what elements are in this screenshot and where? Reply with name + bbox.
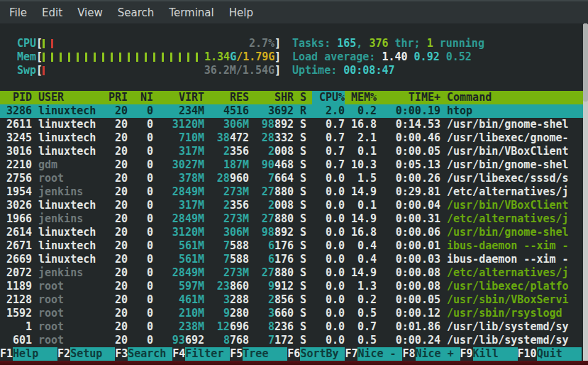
column-header-time[interactable]: TIME+ xyxy=(377,91,440,104)
meter-tick-green xyxy=(196,53,198,62)
meter-tick-green xyxy=(162,53,164,62)
window-bottom-edge xyxy=(0,361,588,365)
fkey-tree[interactable]: F5Tree xyxy=(230,347,287,361)
column-header-shr[interactable]: SHR xyxy=(249,91,294,104)
column-header-cpu[interactable]: CPU% xyxy=(306,91,345,104)
load-average: Load average: 1.40 0.92 0.52 xyxy=(292,50,472,64)
process-row[interactable]: 2756 root 20 0 378M 28960 7664 S 0.0 1.5… xyxy=(0,172,583,185)
column-header-res[interactable]: RES xyxy=(204,91,249,104)
process-row[interactable]: 1954 jenkins 20 0 2849M 273M 27880 S 0.0… xyxy=(0,185,583,199)
meter-tick-green xyxy=(94,53,96,62)
column-header-user[interactable]: USER xyxy=(38,91,102,104)
meter-tick-green xyxy=(119,53,121,62)
menu-item-terminal[interactable]: Terminal xyxy=(167,5,216,21)
meter-bracket-open: [ xyxy=(36,37,43,50)
column-header-pid[interactable]: PID xyxy=(0,91,32,104)
menu-item-edit[interactable]: Edit xyxy=(40,5,65,21)
process-row[interactable]: 3026 linuxtech 20 0 317M 2356 2008 S 0.0… xyxy=(0,199,583,212)
process-row[interactable]: 1592 root 20 0 210M 9280 3660 S 0.0 0.5 … xyxy=(0,307,583,320)
meter-bar xyxy=(43,39,60,48)
process-row[interactable]: 3016 linuxtech 20 0 317M 2356 2008 S 0.7… xyxy=(0,145,583,158)
meter-tick-green xyxy=(85,53,87,62)
meter-tick-green xyxy=(170,53,172,62)
fkey-help[interactable]: F1Help xyxy=(0,347,57,361)
menu-item-view[interactable]: View xyxy=(75,5,105,21)
fkey-number: F7 xyxy=(345,347,357,361)
fkey-label: Nice + xyxy=(416,347,460,361)
meter-tick-red xyxy=(51,39,53,48)
meter-text: 2.7% xyxy=(249,37,274,50)
fkey-label: Setup xyxy=(70,347,115,361)
process-row[interactable]: 2611 linuxtech 20 0 3120M 306M 98892 S 0… xyxy=(0,118,583,131)
fkey-label: Quit xyxy=(537,347,582,361)
fkey-nice+[interactable]: F8Nice + xyxy=(402,347,460,361)
sort-column-highlight: CPU% xyxy=(312,91,345,104)
process-list: 3286 linuxtech 20 0 234M 4516 3692 R 2.0… xyxy=(0,104,583,347)
meter-bracket-close: ] xyxy=(274,64,281,77)
column-header-state[interactable]: S xyxy=(294,91,306,104)
uptime: Uptime: 00:08:47 xyxy=(292,64,395,77)
fkey-number: F8 xyxy=(402,347,415,361)
fkey-number: F4 xyxy=(172,347,185,361)
process-row[interactable]: 2210 gdm 20 0 3027M 187M 90468 S 0.7 10.… xyxy=(0,158,583,172)
menu-item-search[interactable]: Search xyxy=(116,5,157,21)
fkey-number: F3 xyxy=(115,347,128,361)
process-row[interactable]: 2072 jenkins 20 0 2849M 273M 27880 S 0.0… xyxy=(0,266,583,280)
process-row[interactable]: 2671 linuxtech 20 0 561M 7588 6176 S 0.0… xyxy=(0,239,583,253)
fkey-sortby[interactable]: F6SortBy xyxy=(287,347,345,361)
meter-bracket-close: ] xyxy=(274,37,281,50)
scrollbar[interactable] xyxy=(583,23,588,361)
fkey-quit[interactable]: F10Quit xyxy=(518,347,582,361)
fkey-nice-[interactable]: F7Nice - xyxy=(345,347,402,361)
meter-text: 36.2M/1.54G xyxy=(204,64,274,77)
meter-tick-green xyxy=(60,53,62,62)
fkey-filter[interactable]: F4Filter xyxy=(172,347,230,361)
fkey-setup[interactable]: F2Setup xyxy=(57,347,115,361)
process-row[interactable]: 601 root 20 0 93692 8768 7172 S 0.0 0.5 … xyxy=(0,334,583,347)
meter-tick-green xyxy=(128,53,130,62)
column-header-command[interactable]: Command xyxy=(447,91,583,104)
table-header-row: PID USER PRI NI VIRT RES SHR S CPU% MEM%… xyxy=(0,91,583,104)
swp-meter: Swp[36.2M/1.54G] xyxy=(17,64,281,77)
fkey-label: Kill xyxy=(473,347,518,361)
column-header-ni[interactable]: NI xyxy=(128,91,153,104)
fkey-number: F2 xyxy=(57,347,70,361)
meter-label: CPU xyxy=(17,37,36,50)
meter-bracket-open: [ xyxy=(36,64,43,77)
process-row[interactable]: 3245 linuxtech 20 0 710M 38472 28332 S 0… xyxy=(0,131,583,145)
meter-tick-green xyxy=(43,53,45,62)
column-header-pri[interactable]: PRI xyxy=(102,91,128,104)
process-row[interactable]: 1189 root 20 0 597M 23860 9912 S 0.0 1.3… xyxy=(0,280,583,293)
menu-bar: FileEditViewSearchTerminalHelp xyxy=(0,0,588,23)
process-row[interactable]: 3286 linuxtech 20 0 234M 4516 3692 R 2.0… xyxy=(0,104,583,118)
menu-item-file[interactable]: File xyxy=(7,5,29,21)
process-row[interactable]: 1966 jenkins 20 0 2849M 273M 27880 S 0.0… xyxy=(0,212,583,226)
menu-item-help[interactable]: Help xyxy=(227,5,255,21)
meter-tick-green xyxy=(187,53,189,62)
fkey-number: F5 xyxy=(230,347,243,361)
htop-screen: CPU[2.7%] Tasks: 165, 376 thr; 1 running… xyxy=(0,23,583,361)
process-row[interactable]: 2128 root 20 0 461M 3288 2856 S 0.0 0.2 … xyxy=(0,293,583,307)
process-row[interactable]: 2669 linuxtech 20 0 561M 7588 6176 S 0.0… xyxy=(0,253,583,266)
meter-tick-green xyxy=(68,53,70,62)
meter-tick-green xyxy=(153,53,155,62)
column-header-virt[interactable]: VIRT xyxy=(153,91,204,104)
meter-tick-green xyxy=(43,39,45,48)
fkey-search[interactable]: F3Search xyxy=(115,347,172,361)
meter-tick-red xyxy=(43,66,45,75)
process-row[interactable]: 1 root 20 0 238M 12696 8236 S 0.0 0.7 0:… xyxy=(0,320,583,334)
fkey-kill[interactable]: F9Kill xyxy=(460,347,518,361)
meter-tick-green xyxy=(102,53,104,62)
fkey-label: Search xyxy=(128,347,172,361)
column-header-mem[interactable]: MEM% xyxy=(345,91,377,104)
fkey-label: Filter xyxy=(185,347,230,361)
htop-header-block: CPU[2.7%] Tasks: 165, 376 thr; 1 running… xyxy=(0,37,583,77)
fkey-label: SortBy xyxy=(300,347,345,361)
process-row[interactable]: 2614 linuxtech 20 0 3120M 306M 98892 S 0… xyxy=(0,226,583,239)
meter-bracket-close: ] xyxy=(274,50,281,64)
scrollbar-thumb[interactable] xyxy=(583,23,588,102)
meter-label: Swp xyxy=(17,64,36,77)
fkey-number: F1 xyxy=(0,347,13,361)
meter-tick-green xyxy=(179,53,181,62)
fkey-label: Nice - xyxy=(357,347,402,361)
